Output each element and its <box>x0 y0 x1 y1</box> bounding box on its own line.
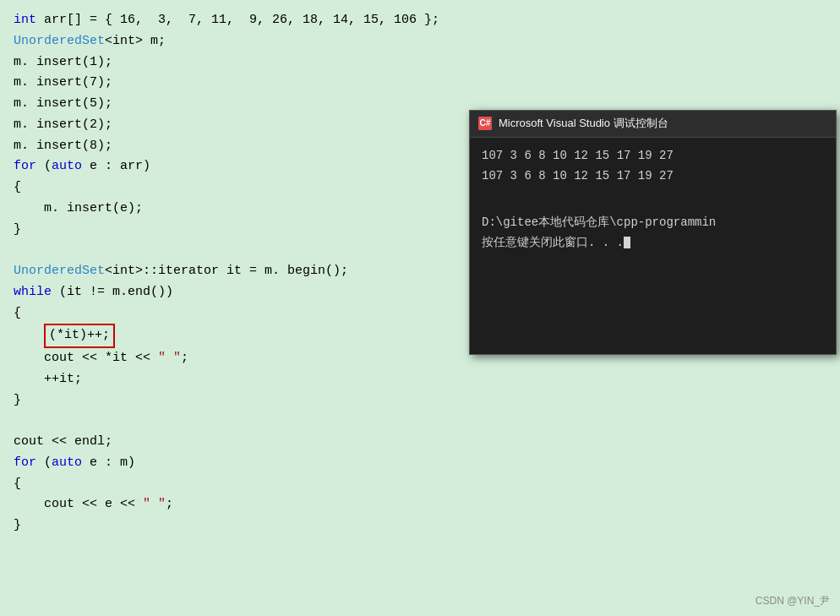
keyword: auto <box>52 159 82 173</box>
type-name: UnorderedSet <box>14 264 105 278</box>
code-line: m. insert(7); <box>14 73 826 94</box>
keyword-while: while <box>14 285 52 299</box>
code-text: } <box>14 222 21 237</box>
keyword: for <box>14 455 36 470</box>
console-prompt-text: 按任意键关闭此窗口. . . <box>482 236 624 249</box>
code-text: e : m) <box>82 455 135 470</box>
highlighted-expression: (*it)++; <box>44 324 115 348</box>
console-body: 107 3 6 8 10 12 15 17 19 27 107 3 6 8 10… <box>470 138 836 354</box>
code-text: { <box>14 306 21 320</box>
watermark: CSDN @YIN_尹 <box>755 593 830 609</box>
code-line: int arr[] = { 16, 3, 7, 11, 9, 26, 18, 1… <box>14 10 826 31</box>
code-text: (it != m.end()) <box>52 285 173 299</box>
code-text: cout << *it << " "; <box>14 351 188 365</box>
console-window: C# Microsoft Visual Studio 调试控制台 107 3 6… <box>469 110 837 355</box>
code-line <box>14 411 826 432</box>
console-output-line-2: 107 3 6 8 10 12 15 17 19 27 <box>482 166 824 187</box>
code-text: m. insert(1); <box>14 55 112 69</box>
code-text: (*it)++; <box>14 328 115 342</box>
code-line: cout << e << " "; <box>14 494 826 515</box>
cursor-icon <box>624 237 630 248</box>
code-line: m. insert(1); <box>14 52 826 74</box>
console-prompt: 按任意键关闭此窗口. . . <box>482 233 824 253</box>
console-path: D:\gitee本地代码仓库\cpp-programmin <box>482 193 824 233</box>
code-editor: int arr[] = { 16, 3, 7, 11, 9, 26, 18, 1… <box>0 0 840 616</box>
code-text: m. insert(2); <box>14 117 112 132</box>
code-text: m. insert(5); <box>14 96 112 111</box>
code-text: cout << e << " "; <box>14 497 173 511</box>
code-text: m. insert(7); <box>14 75 112 90</box>
code-line: for (auto e : m) <box>14 453 826 474</box>
code-text: ++it; <box>14 372 82 386</box>
keyword: auto <box>52 455 82 470</box>
code-text: } <box>14 393 21 407</box>
console-title: Microsoft Visual Studio 调试控制台 <box>499 115 668 133</box>
code-text: <int> m; <box>105 34 166 48</box>
code-text: ( <box>36 455 52 470</box>
code-text: m. insert(e); <box>14 201 143 215</box>
code-line: ++it; <box>14 369 826 390</box>
console-path-text: D:\gitee本地代码仓库\cpp-programmin <box>482 215 716 229</box>
code-text: e : arr) <box>82 159 150 173</box>
code-line: UnorderedSet<int> m; <box>14 31 826 52</box>
code-text: { <box>14 477 21 491</box>
console-output-line-1: 107 3 6 8 10 12 15 17 19 27 <box>482 146 824 166</box>
keyword: int <box>14 13 36 27</box>
console-titlebar: C# Microsoft Visual Studio 调试控制台 <box>470 111 836 138</box>
code-text: } <box>14 518 21 532</box>
type-name: UnorderedSet <box>14 34 105 48</box>
code-text: { <box>14 180 21 194</box>
code-text: m. insert(8); <box>14 139 112 153</box>
code-text: arr[] = { 16, 3, 7, 11, 9, 26, 18, 14, 1… <box>36 13 439 27</box>
console-app-icon: C# <box>478 117 492 130</box>
code-line: cout << endl; <box>14 432 826 453</box>
code-line: } <box>14 390 826 412</box>
keyword: for <box>14 159 36 173</box>
code-line: { <box>14 474 826 495</box>
code-line: } <box>14 515 826 537</box>
code-text: <int>::iterator it = m. begin(); <box>105 264 348 278</box>
code-text: cout << endl; <box>14 434 112 449</box>
code-text: ( <box>36 159 52 173</box>
